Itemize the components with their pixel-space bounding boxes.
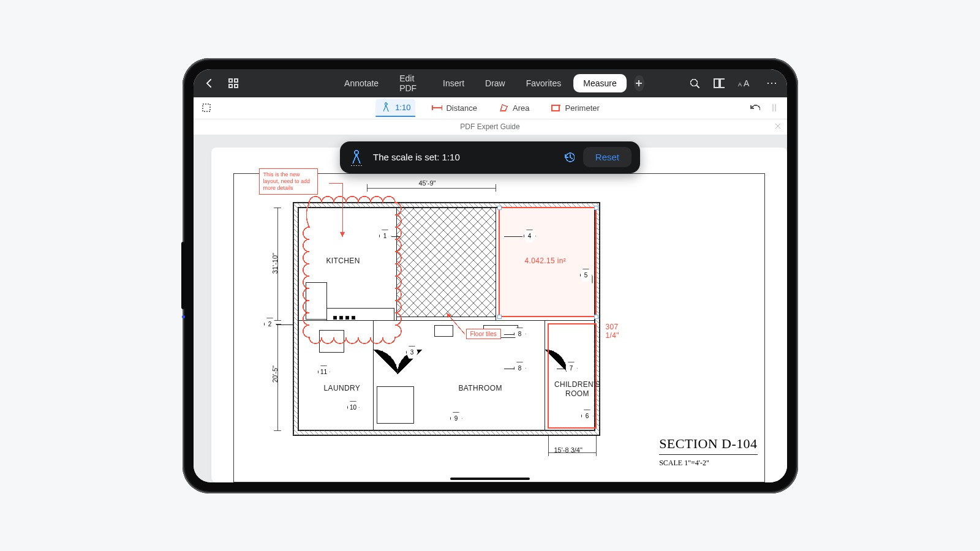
svg-line-7	[696, 85, 699, 88]
svg-rect-1	[235, 79, 238, 82]
redo-disabled-icon	[769, 102, 780, 113]
svg-line-18	[386, 105, 388, 111]
dim-bottom: 15'-8 3/4"	[554, 446, 582, 454]
drawing-title-block: SECTION D-104 SCALE 1"=4'-2"	[659, 436, 757, 468]
tab-editpdf[interactable]: Edit PDF	[391, 69, 431, 98]
svg-text:A: A	[738, 81, 742, 88]
history-button[interactable]	[564, 152, 575, 163]
back-button[interactable]	[203, 78, 214, 89]
svg-rect-50	[594, 206, 598, 209]
distance-tool[interactable]: Distance	[426, 99, 482, 116]
svg-point-16	[385, 103, 387, 105]
floor-plan: KITCHEN LAUNDRY BATHROOM CHILDREN'S ROOM…	[251, 166, 625, 474]
page-layout-button[interactable]	[714, 78, 725, 89]
svg-point-40	[339, 316, 343, 320]
ipad-home-indicator	[450, 478, 530, 480]
ipad-status-led	[182, 315, 185, 318]
ipad-screen: Annotate Edit PDF Insert Draw Favorites …	[194, 69, 787, 482]
scale-tool[interactable]: 1:10	[375, 99, 415, 117]
perimeter-readout: 307 1/4"	[606, 323, 625, 340]
svg-marker-22	[500, 105, 507, 111]
tab-measure[interactable]: Measure	[573, 74, 626, 92]
document-title-bar: PDF Expert Guide	[194, 119, 787, 135]
ipad-side-notch	[181, 242, 185, 309]
svg-rect-45	[377, 386, 413, 423]
svg-rect-47	[396, 208, 496, 317]
floor-tiles-label[interactable]: Floor tiles	[466, 329, 501, 339]
svg-point-42	[352, 316, 355, 320]
tab-draw[interactable]: Draw	[477, 73, 514, 93]
svg-rect-3	[235, 84, 238, 88]
svg-rect-49	[497, 206, 501, 209]
svg-marker-68	[340, 232, 345, 237]
close-button[interactable]	[775, 122, 781, 131]
svg-line-17	[383, 105, 386, 111]
svg-point-39	[333, 316, 337, 320]
svg-rect-9	[720, 79, 725, 88]
svg-rect-0	[229, 79, 232, 82]
dim-left-top: 31'-10"	[271, 253, 279, 274]
area-readout: 4.042.15 in²	[525, 257, 567, 265]
page: KITCHEN LAUNDRY BATHROOM CHILDREN'S ROOM…	[211, 148, 787, 482]
svg-rect-51	[497, 315, 501, 318]
svg-point-12	[767, 82, 769, 84]
perimeter-tool-label: Perimeter	[565, 103, 600, 113]
room-children: CHILDREN'S ROOM	[553, 380, 602, 399]
compass-icon	[349, 149, 364, 166]
ipad-frame: Annotate Edit PDF Insert Draw Favorites …	[183, 58, 798, 493]
tab-annotate[interactable]: Annotate	[336, 73, 387, 93]
stage: Annotate Edit PDF Insert Draw Favorites …	[0, 0, 980, 551]
thumbnails-button[interactable]	[228, 78, 239, 89]
dim-top: 45'-9"	[419, 179, 436, 187]
annotation-note[interactable]: This is the new layout, need to add more…	[259, 168, 318, 195]
area-tool[interactable]: Area	[493, 99, 534, 116]
search-button[interactable]	[689, 78, 700, 89]
measure-toolbar: 1:10 Distance Area	[194, 97, 787, 119]
room-bathroom: BATHROOM	[459, 384, 502, 392]
room-laundry: LAUNDRY	[324, 384, 361, 392]
area-tool-label: Area	[513, 103, 529, 113]
svg-text:A: A	[744, 78, 750, 88]
selection-tool[interactable]	[201, 102, 212, 113]
drawing-scale-note: SCALE 1"=4'-2"	[659, 459, 757, 468]
svg-rect-52	[594, 315, 598, 318]
perimeter-icon	[551, 102, 562, 113]
text-size-button[interactable]: AA	[738, 78, 753, 89]
perimeter-tool[interactable]: Perimeter	[546, 99, 605, 116]
svg-rect-44	[434, 325, 453, 336]
document-viewport[interactable]: KITCHEN LAUNDRY BATHROOM CHILDREN'S ROOM…	[194, 135, 787, 482]
svg-point-24	[551, 104, 553, 106]
svg-rect-23	[552, 105, 560, 111]
scale-hud: The scale is set: 1:10 Reset	[340, 141, 640, 173]
svg-rect-15	[203, 104, 210, 111]
add-tab-button[interactable]	[634, 75, 644, 91]
area-icon	[498, 102, 509, 113]
svg-point-13	[771, 82, 772, 84]
dim-left-bot: 20'-5"	[271, 365, 279, 383]
svg-rect-2	[229, 84, 232, 88]
compass-icon	[380, 102, 391, 113]
hud-message: The scale is set: 1:10	[373, 152, 460, 162]
document-title: PDF Expert Guide	[460, 122, 519, 131]
main-toolbar: Annotate Edit PDF Insert Draw Favorites …	[194, 69, 787, 97]
drawing-title: SECTION D-104	[659, 436, 757, 455]
tab-insert[interactable]: Insert	[434, 73, 473, 93]
reset-button[interactable]: Reset	[583, 147, 631, 167]
svg-line-73	[356, 154, 360, 163]
svg-point-41	[345, 316, 349, 320]
distance-tool-label: Distance	[446, 103, 477, 113]
svg-line-72	[353, 154, 356, 163]
distance-icon	[431, 102, 442, 113]
svg-point-25	[559, 104, 560, 106]
scale-tool-label: 1:10	[395, 103, 410, 112]
room-kitchen: KITCHEN	[326, 257, 360, 265]
svg-rect-8	[714, 79, 719, 88]
undo-button[interactable]	[749, 102, 760, 113]
svg-point-14	[774, 82, 776, 84]
more-button[interactable]	[766, 78, 777, 89]
tab-favorites[interactable]: Favorites	[518, 73, 570, 93]
svg-point-71	[355, 151, 358, 154]
